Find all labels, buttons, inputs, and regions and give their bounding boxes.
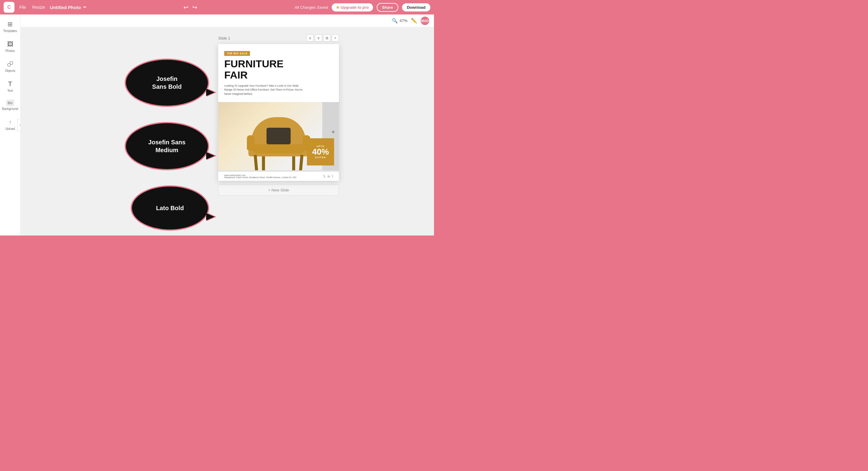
sidebar-label-upload: Upload (5, 127, 15, 130)
divider-icon: ✏️ (411, 18, 417, 24)
sidebar-label-templates: Templates (3, 29, 17, 33)
chair-leg-front-right (292, 156, 295, 172)
sidebar-label-objects: Objects (5, 69, 16, 72)
sidebar-label-photos: Photos (5, 49, 15, 53)
upload-icon: ↑ (6, 118, 14, 126)
templates-icon: ⊞ (6, 20, 14, 28)
bubble-josefin-medium: Josefin SansMedium (125, 122, 209, 170)
chair-leg-front-left (262, 156, 265, 172)
linkedin-icon[interactable]: in (328, 175, 330, 178)
slide-label: Slide 1 (218, 36, 304, 40)
app-logo[interactable]: C (4, 2, 14, 13)
slide-add[interactable]: + (332, 34, 339, 42)
edit-icon[interactable]: ✏ (83, 5, 86, 9)
zoom-control: 🔍 47% (392, 18, 407, 24)
slide-wrapper: JosefinSans Bold Josefin SansMedium Lato… (218, 34, 339, 196)
footer-left: www.newfurniture.com Marylebone Trade Ce… (224, 174, 297, 178)
slide-content-top: THE BIG SALE FURNITURE FAIR Looking To U… (218, 44, 339, 102)
star-icon: ★ (336, 5, 340, 10)
slide-header: Slide 1 ∧ ∨ ⧉ + (218, 34, 339, 42)
twitter-icon[interactable]: 𝕏 (323, 175, 326, 178)
main-area: ⊞ Templates 🖼 Photos Objects T Text BG B… (0, 14, 434, 235)
footer-website: www.newfurniture.com (224, 174, 297, 176)
badge-offer: OFFER (315, 156, 326, 159)
undo-redo-group: ↩ ↪ (184, 4, 197, 11)
slide-title-line1: FURNITURE (224, 58, 283, 69)
slide-description: Looking To Upgrade Your Furniture? Take … (224, 84, 303, 96)
slide-footer: www.newfurniture.com Marylebone Trade Ce… (218, 172, 339, 181)
gold-badge: UPTO 40% OFFER (307, 138, 334, 166)
floor-line (218, 170, 339, 172)
footer-social: 𝕏 in f (323, 175, 333, 178)
slide-nav-buttons: ∧ ∨ ⧉ + (306, 34, 339, 42)
photos-icon: 🖼 (6, 40, 14, 48)
canvas-scroll[interactable]: JosefinSans Bold Josefin SansMedium Lato… (21, 27, 434, 235)
sidebar: ⊞ Templates 🖼 Photos Objects T Text BG B… (0, 14, 21, 235)
slide-title-line2: FAIR (224, 69, 247, 81)
sidebar-item-text[interactable]: T Text (1, 77, 19, 95)
sale-badge: THE BIG SALE (224, 51, 250, 56)
zoom-icon[interactable]: 🔍 (392, 18, 398, 24)
user-avatar: MAD (421, 17, 429, 25)
canvas-area: 🔍 47% ✏️ MAD JosefinSans Bold Josefin Sa… (21, 14, 434, 235)
bubble-josefin-bold-text: JosefinSans Bold (152, 75, 182, 91)
share-button[interactable]: Share (377, 3, 398, 12)
top-nav: File Resize (19, 5, 45, 10)
chair-background: UPTO 40% OFFER (218, 102, 339, 172)
sidebar-label-background: Background (2, 107, 18, 111)
upgrade-label: Upgrade to pro (341, 5, 369, 10)
sidebar-item-objects[interactable]: Objects (1, 57, 19, 76)
chair-illustration (245, 111, 312, 172)
bubble-lato-bold: Lato Bold (131, 185, 209, 231)
sidebar-item-background[interactable]: BG Background (1, 97, 19, 114)
slide-nav-up[interactable]: ∧ (306, 34, 314, 42)
topbar: C File Resize Untitled Photo ✏ ↩ ↪ All C… (0, 0, 434, 14)
zoom-level: 47% (400, 19, 407, 23)
topbar-right: All Changes Saved ★ Upgrade to pro Share… (294, 3, 430, 12)
undo-button[interactable]: ↩ (184, 4, 189, 11)
bubble-lato-bold-text: Lato Bold (156, 204, 184, 212)
sidebar-item-templates[interactable]: ⊞ Templates (1, 17, 19, 36)
text-icon: T (6, 80, 14, 88)
slide[interactable]: THE BIG SALE FURNITURE FAIR Looking To U… (218, 44, 339, 181)
logo-text: C (7, 4, 11, 10)
chair-leg-left (254, 155, 258, 172)
chair-pillow (267, 128, 291, 144)
new-slide-button[interactable]: + New Slide (218, 184, 339, 196)
badge-percent: 40% (312, 148, 329, 156)
background-icon: BG (6, 100, 14, 106)
chair-leg-right (299, 155, 304, 172)
saved-status: All Changes Saved (294, 5, 328, 10)
bubble-josefin-medium-text: Josefin SansMedium (148, 138, 185, 154)
canvas-toolbar: 🔍 47% ✏️ MAD (21, 14, 434, 27)
slide-title: FURNITURE FAIR (224, 58, 333, 81)
slide-duplicate[interactable]: ⧉ (323, 34, 331, 42)
title-text: Untitled Photo (50, 5, 81, 10)
upgrade-button[interactable]: ★ Upgrade to pro (332, 3, 373, 11)
chair-seat (248, 144, 309, 156)
redo-button[interactable]: ↪ (192, 4, 197, 11)
facebook-icon[interactable]: f (332, 175, 333, 178)
sidebar-label-text: Text (7, 89, 13, 92)
menu-file[interactable]: File (19, 5, 26, 10)
sidebar-item-photos[interactable]: 🖼 Photos (1, 37, 19, 56)
doc-title: Untitled Photo ✏ (50, 5, 86, 10)
sidebar-item-upload[interactable]: ↑ Upload (1, 115, 19, 134)
slide-nav-down[interactable]: ∨ (315, 34, 322, 42)
menu-resize[interactable]: Resize (32, 5, 45, 10)
door-knob (332, 131, 334, 133)
footer-address: Marylebone Trade Centre, Bradberry Stree… (224, 176, 297, 178)
topbar-center: ↩ ↪ (91, 4, 290, 11)
objects-icon (6, 60, 14, 68)
download-button[interactable]: Download (402, 3, 430, 11)
chair-area: UPTO 40% OFFER (218, 102, 339, 172)
bubble-josefin-bold: JosefinSans Bold (125, 59, 209, 107)
